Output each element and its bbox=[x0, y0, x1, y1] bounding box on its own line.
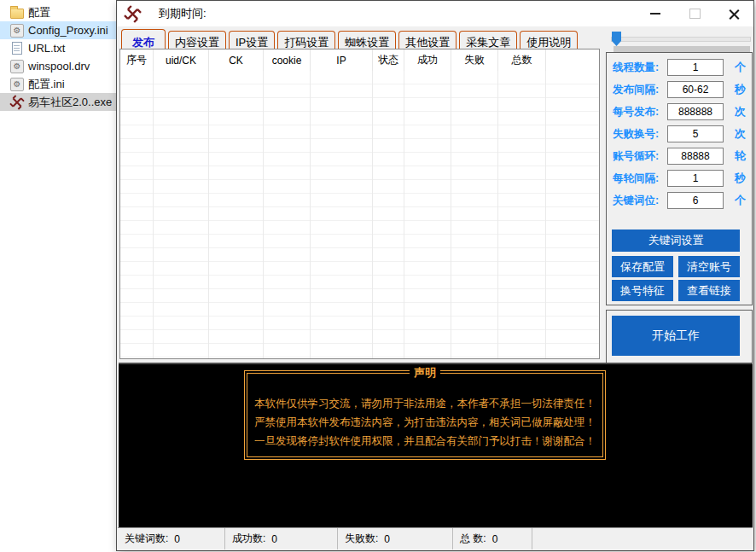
disclaimer-title: 声明 bbox=[410, 365, 440, 381]
column-header-ck[interactable]: CK bbox=[209, 49, 264, 71]
setting-row-round-interval: 每轮间隔: 秒 bbox=[607, 167, 752, 189]
setting-label: 失败换号: bbox=[613, 127, 667, 142]
setting-unit: 个 bbox=[735, 193, 746, 208]
table-body-empty bbox=[120, 71, 599, 358]
round-interval-input[interactable] bbox=[667, 170, 724, 187]
file-name: 配置.ini bbox=[28, 77, 65, 92]
title-bar[interactable]: 到期时间: bbox=[117, 1, 753, 26]
drv-file-icon bbox=[10, 60, 24, 73]
minimize-icon bbox=[650, 13, 660, 15]
start-work-button[interactable]: 开始工作 bbox=[612, 316, 740, 356]
disclaimer-line: 一旦发现将停封软件使用权限，并且配合有关部门予以打击！谢谢配合！ bbox=[247, 432, 602, 450]
file-name: 易车社区2.0..exe bbox=[28, 95, 112, 110]
column-header-spacer bbox=[546, 49, 599, 71]
setting-unit: 次 bbox=[735, 104, 746, 119]
keyword-settings-button[interactable]: 关键词设置 bbox=[612, 230, 740, 252]
setting-unit: 个 bbox=[735, 60, 746, 75]
status-spacer bbox=[532, 528, 753, 549]
file-name: Config_Proxy.ini bbox=[28, 24, 108, 37]
status-label: 总 数: bbox=[460, 532, 486, 546]
table-grid-vline bbox=[545, 71, 546, 358]
disclaimer-box: 声明 本软件仅供学习交流，请勿用于非法用途，本作者不承担一切法律责任！ 严禁使用… bbox=[244, 370, 606, 460]
status-value: 0 bbox=[174, 533, 180, 545]
save-config-button[interactable]: 保存配置 bbox=[612, 256, 673, 277]
column-header-success[interactable]: 成功 bbox=[404, 49, 451, 71]
explorer-item-url-txt[interactable]: URL.txt bbox=[0, 39, 116, 57]
speed-slider[interactable] bbox=[611, 32, 751, 46]
column-header-total[interactable]: 总数 bbox=[498, 49, 546, 71]
explorer-item-config-proxy-ini[interactable]: Config_Proxy.ini bbox=[0, 21, 116, 39]
text-file-icon bbox=[10, 42, 24, 55]
thread-count-input[interactable] bbox=[667, 59, 724, 76]
account-switch-feature-button[interactable]: 换号特征 bbox=[612, 280, 673, 301]
table-grid-vline bbox=[153, 71, 154, 358]
column-header-uid-ck[interactable]: uid/CK bbox=[154, 49, 209, 71]
folder-icon bbox=[10, 6, 24, 20]
status-label: 成功数: bbox=[232, 532, 265, 546]
setting-row-publish-interval: 发布间隔: 秒 bbox=[607, 78, 752, 101]
setting-unit: 秒 bbox=[735, 171, 746, 186]
account-loop-input[interactable] bbox=[667, 148, 724, 165]
setting-unit: 秒 bbox=[735, 82, 746, 97]
table-grid-vline bbox=[404, 71, 404, 358]
column-header-ip[interactable]: IP bbox=[311, 49, 373, 71]
close-icon bbox=[729, 9, 740, 20]
setting-label: 每号发布: bbox=[613, 105, 667, 119]
ini-file-icon bbox=[10, 78, 24, 91]
table-grid-vline bbox=[310, 71, 311, 358]
fail-switch-input[interactable] bbox=[667, 125, 724, 142]
explorer-item-app-exe[interactable]: 易车社区2.0..exe bbox=[0, 93, 116, 111]
explorer-item-config-ini[interactable]: 配置.ini bbox=[0, 75, 116, 93]
status-label: 失败数: bbox=[345, 532, 378, 546]
setting-label: 关键词位: bbox=[613, 194, 667, 208]
horizontal-scrollbar[interactable] bbox=[614, 46, 750, 52]
setting-unit: 轮 bbox=[735, 148, 746, 164]
view-links-button[interactable]: 查看链接 bbox=[678, 280, 740, 301]
status-value: 0 bbox=[384, 533, 390, 545]
explorer-item-config-folder[interactable]: 配置 bbox=[0, 3, 116, 21]
window-title: 到期时间: bbox=[159, 6, 206, 21]
column-header-cookie[interactable]: cookie bbox=[264, 49, 311, 71]
ini-file-icon bbox=[10, 24, 24, 38]
account-table: 序号 uid/CK CK cookie IP 状态 成功 失败 总数 bbox=[119, 49, 600, 359]
status-success-count: 成功数: 0 bbox=[225, 528, 338, 549]
table-grid-vline bbox=[451, 71, 451, 358]
app-window: 到期时间: 发布 内容设置 IP设置 打码设置 蜘蛛设置 其他设置 采集文章 使… bbox=[116, 0, 754, 551]
table-grid-vline bbox=[372, 71, 373, 358]
publish-interval-input[interactable] bbox=[667, 81, 724, 98]
settings-group: 线程数量: 个 发布间隔: 秒 每号发布: 次 失败换号: 次 账号循环: 轮 … bbox=[606, 52, 753, 305]
disclaimer-line: 严禁使用本软件发布违法内容，为打击违法内容，相关词已做屏蔽处理！ bbox=[247, 413, 602, 432]
clear-accounts-button[interactable]: 清空账号 bbox=[678, 256, 740, 277]
status-label: 关键词数: bbox=[125, 532, 168, 546]
close-button[interactable] bbox=[714, 1, 753, 26]
start-group: 开始工作 bbox=[606, 310, 753, 363]
slider-track[interactable] bbox=[611, 37, 751, 42]
file-name: winspool.drv bbox=[28, 60, 90, 73]
setting-row-keyword-position: 关键词位: 个 bbox=[607, 189, 752, 212]
setting-unit: 次 bbox=[735, 126, 746, 142]
status-value: 0 bbox=[492, 533, 498, 545]
setting-row-account-loop: 账号循环: 轮 bbox=[607, 145, 752, 167]
column-header-fail[interactable]: 失败 bbox=[451, 49, 498, 71]
file-explorer-list: 配置 Config_Proxy.ini URL.txt winspool.drv… bbox=[0, 0, 116, 552]
status-fail-count: 失败数: 0 bbox=[338, 528, 453, 549]
table-grid-vline bbox=[263, 71, 264, 358]
table-grid-vline bbox=[497, 71, 498, 358]
setting-row-fail-switch: 失败换号: 次 bbox=[607, 123, 752, 145]
maximize-button bbox=[675, 1, 714, 26]
maximize-icon bbox=[689, 9, 701, 19]
minimize-button[interactable] bbox=[636, 1, 675, 26]
keyword-position-input[interactable] bbox=[667, 192, 724, 209]
posts-per-account-input[interactable] bbox=[667, 103, 724, 120]
setting-label: 账号循环: bbox=[613, 149, 667, 164]
status-total-count: 总 数: 0 bbox=[453, 528, 532, 549]
explorer-item-winspool-drv[interactable]: winspool.drv bbox=[0, 57, 116, 75]
setting-row-posts-per-account: 每号发布: 次 bbox=[607, 101, 752, 123]
status-keyword-count: 关键词数: 0 bbox=[118, 528, 225, 549]
slider-thumb[interactable] bbox=[612, 32, 621, 46]
column-header-index[interactable]: 序号 bbox=[120, 49, 154, 71]
column-header-status[interactable]: 状态 bbox=[373, 49, 404, 71]
table-header-row: 序号 uid/CK CK cookie IP 状态 成功 失败 总数 bbox=[120, 49, 599, 72]
log-console: 声明 本软件仅供学习交流，请勿用于非法用途，本作者不承担一切法律责任！ 严禁使用… bbox=[119, 363, 753, 529]
disclaimer-line: 本软件仅供学习交流，请勿用于非法用途，本作者不承担一切法律责任！ bbox=[247, 394, 602, 413]
